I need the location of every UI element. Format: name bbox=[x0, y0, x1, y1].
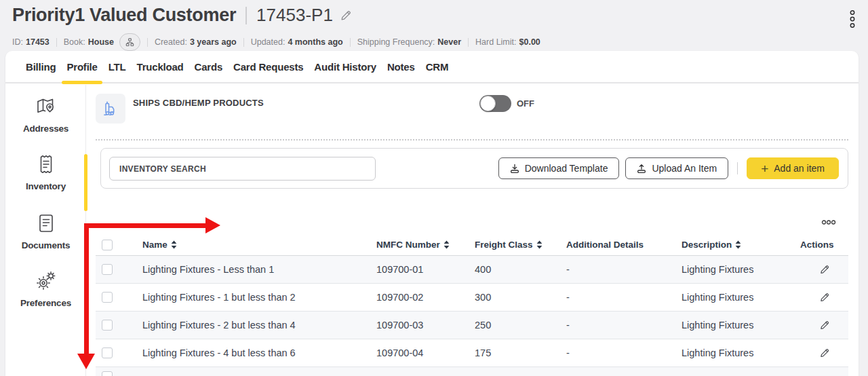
plus-icon bbox=[761, 162, 768, 175]
gears-icon bbox=[35, 270, 57, 292]
meta-divider bbox=[56, 38, 57, 47]
meta-hard-limit: Hard Limit: $0.00 bbox=[475, 37, 540, 47]
column-header-nmfc[interactable]: NMFC Number bbox=[376, 240, 475, 250]
tab-notes[interactable]: Notes bbox=[387, 51, 415, 83]
edit-row-icon[interactable] bbox=[818, 290, 831, 304]
sidebar-item-preferences[interactable]: Preferences bbox=[5, 270, 86, 308]
cell-nmfc: 109700-01 bbox=[376, 264, 475, 275]
cell-freight-class: 400 bbox=[475, 264, 566, 275]
column-header-description[interactable]: Description bbox=[682, 240, 800, 250]
inventory-toolbar: Download Template Upload An Item bbox=[100, 148, 848, 189]
cell-freight-class: 250 bbox=[475, 320, 566, 331]
row-checkbox[interactable] bbox=[102, 347, 113, 358]
table-row: Lighting Fixtures - 4 but less than 6 10… bbox=[96, 339, 848, 367]
cell-name: Lighting Fixtures - 1 but less than 2 bbox=[142, 292, 376, 303]
select-all-checkbox[interactable] bbox=[102, 240, 113, 250]
cbd-hemp-row: SHIPS CBD/HEMP PRODUCTS OFF bbox=[96, 94, 848, 124]
tab-ltl[interactable]: LTL bbox=[108, 51, 126, 83]
title-divider bbox=[245, 7, 247, 24]
sidebar-item-addresses[interactable]: Addresses bbox=[5, 96, 86, 134]
tab-bar: Billing Profile LTL Truckload Cards Card… bbox=[5, 51, 859, 83]
cell-name: Lighting Fixtures - 4 but less than 6 bbox=[142, 347, 376, 358]
column-header-freight-class[interactable]: Freight Class bbox=[475, 240, 566, 250]
table-row: Lighting Fixtures - Less than 1 109700-0… bbox=[96, 256, 848, 284]
meta-divider bbox=[243, 38, 244, 47]
cell-description: Lighting Fixtures bbox=[682, 292, 800, 303]
meta-id: ID: 17453 bbox=[12, 37, 50, 47]
edit-row-icon[interactable] bbox=[818, 318, 831, 332]
cell-additional-details: - bbox=[566, 347, 682, 358]
sidebar-item-documents[interactable]: Documents bbox=[5, 212, 86, 250]
cell-freight-class: 175 bbox=[475, 347, 566, 358]
upload-item-button[interactable]: Upload An Item bbox=[625, 157, 728, 179]
customer-header: Priority1 Valued Customer 17453-P1 ID: 1… bbox=[0, 0, 868, 51]
edit-row-icon[interactable] bbox=[818, 346, 831, 360]
upload-tray-icon bbox=[637, 164, 646, 174]
toggle-state-label: OFF bbox=[517, 98, 534, 109]
customer-meta: ID: 17453 Book: House Created: bbox=[12, 33, 540, 51]
map-pin-icon bbox=[35, 96, 57, 117]
table-row: Lighting Fixtures - 1 but less than 2 10… bbox=[96, 284, 848, 312]
tab-billing[interactable]: Billing bbox=[26, 51, 56, 83]
tab-crm[interactable]: CRM bbox=[426, 51, 449, 83]
meta-created: Created: 3 years ago bbox=[155, 37, 237, 47]
sidebar-item-inventory[interactable]: Inventory bbox=[5, 153, 86, 191]
cell-additional-details: - bbox=[566, 264, 682, 275]
download-tray-icon bbox=[510, 164, 519, 174]
active-section-indicator bbox=[84, 154, 87, 211]
add-item-button[interactable]: Add an item bbox=[747, 157, 839, 179]
customer-code: 17453-P1 bbox=[256, 5, 333, 26]
annotation-arrowhead-down bbox=[77, 354, 95, 369]
cell-name: Lighting Fixtures - 2 but less than 4 bbox=[142, 320, 376, 331]
receipt-icon bbox=[36, 153, 56, 175]
row-checkbox[interactable] bbox=[102, 292, 113, 303]
sort-arrows-icon bbox=[443, 240, 450, 249]
toolbar-buttons: Download Template Upload An Item bbox=[498, 157, 839, 179]
edit-row-icon[interactable] bbox=[818, 263, 831, 276]
meta-divider bbox=[350, 38, 351, 47]
annotation-arrowhead-right bbox=[205, 217, 220, 233]
content-card: Billing Profile LTL Truckload Cards Card… bbox=[5, 51, 859, 376]
org-chart-icon[interactable] bbox=[119, 33, 140, 51]
table-header-row: Name NMFC Number Freight Class Additiona… bbox=[96, 234, 848, 256]
download-template-button[interactable]: Download Template bbox=[498, 157, 620, 179]
table-row-partial bbox=[96, 367, 848, 376]
row-checkbox[interactable] bbox=[102, 320, 113, 331]
annotation-arrow-vertical bbox=[84, 223, 89, 354]
column-header-additional-details: Additional Details bbox=[566, 240, 682, 250]
truck-icon bbox=[96, 94, 125, 124]
cell-description: Lighting Fixtures bbox=[682, 347, 800, 358]
cell-description: Lighting Fixtures bbox=[682, 320, 800, 331]
cell-additional-details: - bbox=[566, 320, 682, 331]
tab-card-requests[interactable]: Card Requests bbox=[233, 51, 303, 83]
edit-customer-name-icon[interactable] bbox=[338, 8, 353, 23]
tab-audit-history[interactable]: Audit History bbox=[314, 51, 376, 83]
header-menu-icon[interactable] bbox=[848, 8, 857, 30]
cell-description: Lighting Fixtures bbox=[682, 264, 800, 275]
table-options-icon[interactable] bbox=[820, 218, 837, 227]
cell-nmfc: 109700-03 bbox=[376, 320, 475, 331]
tab-cards[interactable]: Cards bbox=[195, 51, 223, 83]
cell-nmfc: 109700-04 bbox=[376, 347, 475, 358]
row-checkbox[interactable] bbox=[102, 264, 113, 275]
row-checkbox[interactable] bbox=[102, 371, 113, 376]
cbd-hemp-label: SHIPS CBD/HEMP PRODUCTS bbox=[133, 98, 264, 108]
sidebar: Addresses Inventory Docu bbox=[5, 85, 86, 376]
sort-arrows-icon bbox=[171, 240, 177, 249]
sort-arrows-icon bbox=[735, 240, 741, 249]
cell-freight-class: 300 bbox=[475, 292, 566, 303]
cbd-toggle[interactable] bbox=[479, 95, 511, 112]
table-row: Lighting Fixtures - 2 but less than 4 10… bbox=[96, 312, 848, 339]
inventory-search-input[interactable] bbox=[109, 157, 376, 181]
customer-page: Priority1 Valued Customer 17453-P1 ID: 1… bbox=[0, 0, 868, 376]
meta-divider bbox=[468, 38, 469, 47]
sort-arrows-icon bbox=[536, 240, 542, 249]
section-divider bbox=[96, 139, 848, 140]
column-header-actions: Actions bbox=[800, 240, 848, 250]
document-icon bbox=[36, 212, 56, 234]
tab-truckload[interactable]: Truckload bbox=[137, 51, 184, 83]
title-row: Priority1 Valued Customer 17453-P1 bbox=[12, 5, 353, 26]
meta-book: Book: House bbox=[64, 33, 140, 51]
tab-profile[interactable]: Profile bbox=[66, 51, 97, 83]
column-header-name[interactable]: Name bbox=[142, 240, 376, 250]
